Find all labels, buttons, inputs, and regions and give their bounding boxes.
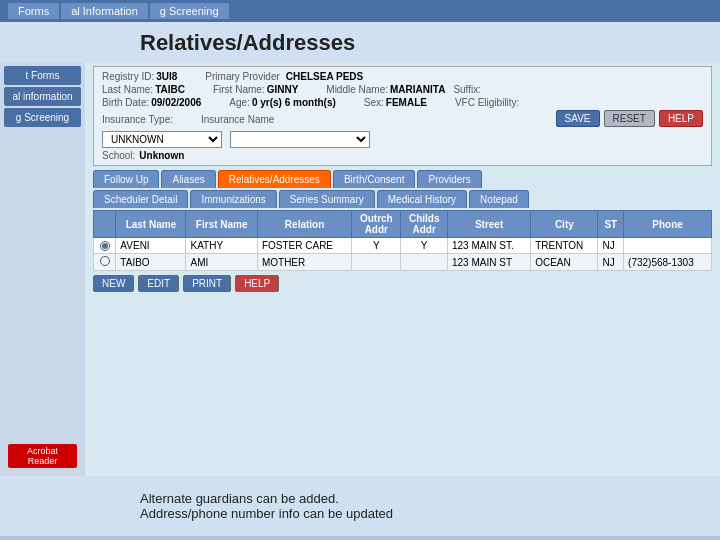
sidebar-item-forms[interactable]: t Forms — [4, 66, 81, 85]
radio-cell[interactable] — [94, 238, 116, 254]
tab-series-summary[interactable]: Series Summary — [279, 190, 375, 208]
cell-city: OCEAN — [531, 254, 598, 271]
sidebar-item-screening[interactable]: g Screening — [4, 108, 81, 127]
main-layout: t Forms al information g Screening Acrob… — [0, 62, 720, 476]
top-bar: Forms al Information g Screening — [0, 0, 720, 22]
insurance-name-label: Insurance Name — [201, 114, 274, 125]
cell-last-name: TAIBO — [116, 254, 186, 271]
cell-last-name: AVENI — [116, 238, 186, 254]
patient-action-buttons: SAVE RESET HELP — [556, 110, 703, 127]
patient-info-section: Registry ID: 3UI8 Primary Provider CHELS… — [93, 66, 712, 166]
tab-notepad[interactable]: Notepad — [469, 190, 529, 208]
col-last-name: Last Name — [116, 211, 186, 238]
col-relation: Relation — [257, 211, 351, 238]
age-field: Age: 0 yr(s) 6 month(s) — [229, 97, 335, 108]
sidebar: t Forms al information g Screening Acrob… — [0, 62, 85, 476]
middle-name-label: Middle Name: — [326, 84, 388, 95]
tab-scheduler-detail[interactable]: Scheduler Detail — [93, 190, 188, 208]
col-st: ST — [598, 211, 624, 238]
cell-st: NJ — [598, 254, 624, 271]
acrobat-logo: AcrobatReader — [8, 444, 77, 468]
content-area: Registry ID: 3UI8 Primary Provider CHELS… — [85, 62, 720, 476]
tab-row-2: Scheduler Detail Immunizations Series Su… — [93, 190, 712, 208]
radio-cell[interactable] — [94, 254, 116, 271]
cell-first-name: KATHY — [186, 238, 257, 254]
cell-relation: MOTHER — [257, 254, 351, 271]
patient-info-row3: Birth Date: 09/02/2006 Age: 0 yr(s) 6 mo… — [102, 97, 703, 108]
tab-aliases[interactable]: Aliases — [161, 170, 215, 188]
sex-value: FEMALE — [386, 97, 427, 108]
cell-street: 123 MAIN ST — [447, 254, 530, 271]
help-button[interactable]: HELP — [659, 110, 703, 127]
tab-providers[interactable]: Providers — [417, 170, 481, 188]
primary-provider-label: Primary Provider — [205, 71, 279, 82]
tab-immunizations[interactable]: Immunizations — [190, 190, 276, 208]
top-nav: Forms al Information g Screening — [8, 3, 229, 19]
bottom-text-line1: Alternate guardians can be added. — [140, 491, 580, 506]
radio-button[interactable] — [100, 241, 110, 251]
tab-relatives-addresses[interactable]: Relatives/Addresses — [218, 170, 331, 188]
print-button[interactable]: PRINT — [183, 275, 231, 292]
top-nav-forms[interactable]: Forms — [8, 3, 59, 19]
new-button[interactable]: NEW — [93, 275, 134, 292]
registry-id-value: 3UI8 — [156, 71, 177, 82]
bottom-text-area: Alternate guardians can be added. Addres… — [0, 476, 720, 536]
tab-row-1: Follow Up Aliases Relatives/Addresses Bi… — [93, 170, 712, 188]
radio-button[interactable] — [100, 256, 110, 266]
save-button[interactable]: SAVE — [556, 110, 600, 127]
first-name-label: First Name: — [213, 84, 265, 95]
tab-medical-history[interactable]: Medical History — [377, 190, 467, 208]
cell-phone — [624, 238, 712, 254]
middle-name-field: Middle Name: MARIANITA — [326, 84, 445, 95]
patient-info-row1: Registry ID: 3UI8 Primary Provider CHELS… — [102, 71, 703, 82]
cell-city: TRENTON — [531, 238, 598, 254]
birth-date-value: 09/02/2006 — [151, 97, 201, 108]
cell-childs-addr — [401, 254, 448, 271]
first-name-value: GINNY — [267, 84, 299, 95]
col-radio — [94, 211, 116, 238]
cell-childs-addr: Y — [401, 238, 448, 254]
last-name-label: Last Name: — [102, 84, 153, 95]
vfc-field: VFC Eligibility: — [455, 97, 519, 108]
middle-name-value: MARIANITA — [390, 84, 445, 95]
last-name-field: Last Name: TAIBC — [102, 84, 185, 95]
primary-provider-value: CHELSEA PEDS — [286, 71, 363, 82]
birth-date-field: Birth Date: 09/02/2006 — [102, 97, 201, 108]
table-row: AVENI KATHY FOSTER CARE Y Y 123 MAIN ST.… — [94, 238, 712, 254]
reset-button[interactable]: RESET — [604, 110, 655, 127]
sex-label: Sex: — [364, 97, 384, 108]
first-name-field: First Name: GINNY — [213, 84, 298, 95]
cell-outrch-addr: Y — [352, 238, 401, 254]
suffix-label: Suffix: — [453, 84, 481, 95]
top-nav-info[interactable]: al Information — [61, 3, 148, 19]
top-nav-screening[interactable]: g Screening — [150, 3, 229, 19]
tab-birth-consent[interactable]: Birth/Consent — [333, 170, 416, 188]
table-action-buttons: NEW EDIT PRINT HELP — [93, 271, 712, 296]
col-childs-addr: ChildsAddr — [401, 211, 448, 238]
registry-id-label: Registry ID: — [102, 71, 154, 82]
patient-info-row4: Insurance Type: Insurance Name SAVE RESE… — [102, 110, 703, 129]
school-row: School: Unknown — [102, 150, 703, 161]
primary-provider-field: Primary Provider CHELSEA PEDS — [205, 71, 363, 82]
insurance-type-select[interactable]: UNKNOWN — [102, 131, 222, 148]
table-help-button[interactable]: HELP — [235, 275, 279, 292]
edit-button[interactable]: EDIT — [138, 275, 179, 292]
insurance-type-label: Insurance Type: — [102, 114, 173, 125]
col-city: City — [531, 211, 598, 238]
sidebar-item-info[interactable]: al information — [4, 87, 81, 106]
col-street: Street — [447, 211, 530, 238]
cell-phone: (732)568-1303 — [624, 254, 712, 271]
cell-street: 123 MAIN ST. — [447, 238, 530, 254]
last-name-value: TAIBC — [155, 84, 185, 95]
tab-follow-up[interactable]: Follow Up — [93, 170, 159, 188]
school-value: Unknown — [139, 150, 184, 161]
col-phone: Phone — [624, 211, 712, 238]
relatives-table: Last Name First Name Relation OutrchAddr… — [93, 210, 712, 271]
cell-outrch-addr — [352, 254, 401, 271]
suffix-field: Suffix: — [453, 84, 481, 95]
insurance-type-field: Insurance Type: — [102, 114, 173, 125]
col-outrch-addr: OutrchAddr — [352, 211, 401, 238]
patient-info-row5: UNKNOWN — [102, 131, 703, 148]
school-label: School: — [102, 150, 135, 161]
insurance-name-select[interactable] — [230, 131, 370, 148]
